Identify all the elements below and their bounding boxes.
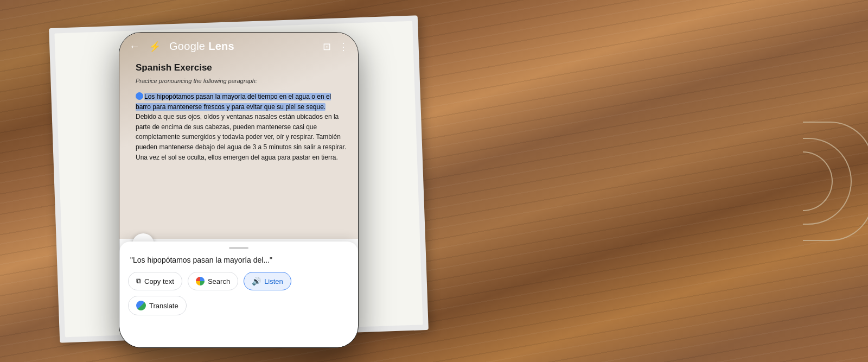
copy-text-button[interactable]: ⧉ Copy text bbox=[128, 272, 182, 290]
copy-icon: ⧉ bbox=[136, 277, 141, 285]
search-label: Search bbox=[208, 277, 230, 285]
selection-handle bbox=[136, 92, 143, 100]
bottom-sheet-handle bbox=[229, 247, 248, 249]
copy-text-label: Copy text bbox=[144, 277, 174, 285]
flash-icon[interactable]: ⚡ bbox=[149, 41, 161, 53]
lens-header: ← ⚡ Google Lens ⊡ ⋮ bbox=[119, 33, 358, 58]
extracted-text-preview: "Los hipopótamos pasan la mayoría del...… bbox=[119, 256, 358, 264]
document-content: Spanish Exercise Practice pronouncing th… bbox=[136, 62, 347, 162]
header-left: ← ⚡ Google Lens bbox=[129, 40, 234, 53]
more-options-icon[interactable]: ⋮ bbox=[339, 41, 348, 53]
sound-wave-3 bbox=[803, 122, 868, 241]
speaker-icon: 🔊 bbox=[252, 277, 261, 285]
document-title: Spanish Exercise bbox=[136, 62, 347, 73]
title-regular: Google bbox=[169, 40, 208, 52]
search-button[interactable]: Search bbox=[188, 272, 238, 290]
bottom-sheet: "Los hipopótamos pasan la mayoría del...… bbox=[119, 242, 358, 347]
listen-label: Listen bbox=[264, 277, 283, 285]
translate-icon bbox=[136, 301, 146, 310]
paragraph-continuation: Debido a que sus ojos, oídos y ventanas … bbox=[136, 113, 346, 161]
header-right: ⊡ ⋮ bbox=[323, 41, 348, 53]
phone-device: ← ⚡ Google Lens ⊡ ⋮ Spanish Exercise Pra… bbox=[119, 33, 358, 347]
document-paragraph[interactable]: Los hipopótamos pasan la mayoría del tie… bbox=[136, 92, 347, 162]
document-subtitle: Practice pronouncing the following parag… bbox=[136, 78, 347, 84]
image-icon[interactable]: ⊡ bbox=[323, 41, 331, 53]
photo-area: ← ⚡ Google Lens ⊡ ⋮ Spanish Exercise Pra… bbox=[119, 33, 358, 239]
translate-button[interactable]: Translate bbox=[128, 296, 187, 315]
translate-label: Translate bbox=[149, 302, 178, 310]
phone-screen: ← ⚡ Google Lens ⊡ ⋮ Spanish Exercise Pra… bbox=[119, 33, 358, 347]
highlighted-text[interactable]: Los hipopótamos pasan la mayoría del tie… bbox=[136, 93, 331, 111]
back-button[interactable]: ← bbox=[129, 40, 140, 53]
google-g-icon bbox=[196, 277, 205, 285]
action-buttons-row: ⧉ Copy text Search 🔊 Listen Translate bbox=[119, 272, 358, 315]
title-bold: Lens bbox=[208, 40, 234, 52]
listen-button[interactable]: 🔊 Listen bbox=[244, 272, 291, 290]
app-title: Google Lens bbox=[169, 40, 234, 53]
